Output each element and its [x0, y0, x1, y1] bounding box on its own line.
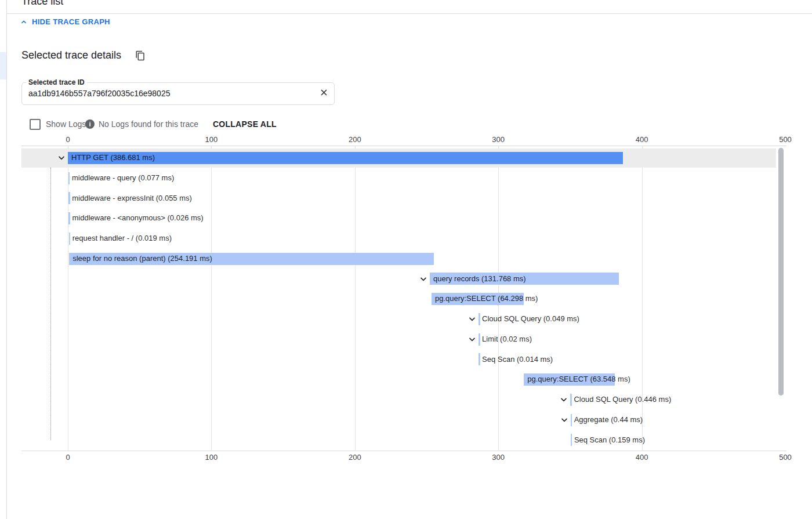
axis-tick-label-top: 0	[66, 135, 70, 144]
span-bar[interactable]	[571, 434, 572, 446]
axis-tick-label-top: 400	[636, 135, 648, 144]
span-label: Cloud SQL Query (0.446 ms)	[574, 390, 671, 410]
axis-gridline	[355, 146, 356, 451]
chevron-down-icon[interactable]	[467, 335, 477, 344]
axis-tick-label-top: 200	[349, 135, 361, 144]
chevron-down-icon[interactable]	[560, 415, 569, 424]
info-icon: i	[85, 119, 95, 129]
axis-tick-label-bottom: 300	[492, 453, 505, 462]
selected-trace-details-title: Selected trace details	[21, 49, 121, 61]
show-logs-checkbox[interactable]	[30, 119, 41, 130]
span-label: middleware - expressInit (0.055 ms)	[72, 188, 192, 209]
span-label: sleep for no reason (parent) (254.191 ms…	[72, 249, 212, 269]
no-logs-message: No Logs found for this trace	[99, 119, 198, 129]
span-label: Limit (0.02 ms)	[482, 329, 532, 350]
chevron-up-icon	[20, 18, 28, 26]
span-label: pg.query:SELECT (63.548 ms)	[527, 369, 630, 390]
span-bar[interactable]	[478, 333, 480, 346]
span-label: middleware - query (0.077 ms)	[72, 168, 174, 188]
copy-icon[interactable]	[135, 50, 146, 62]
span-bar[interactable]	[68, 212, 70, 224]
clear-trace-id-button[interactable]	[318, 88, 329, 99]
span-label: query records (131.768 ms)	[433, 269, 526, 289]
span-label: Seq Scan (0.014 ms)	[482, 350, 553, 370]
axis-gridline	[211, 146, 212, 451]
show-logs-label: Show Logs	[46, 119, 86, 129]
span-bar[interactable]	[571, 414, 572, 426]
hide-trace-graph-label: HIDE TRACE GRAPH	[32, 17, 110, 26]
axis-tick-label-top: 100	[205, 135, 218, 144]
tree-guide-dotted-line	[50, 168, 51, 440]
selected-trace-id-field: Selected trace ID	[21, 82, 335, 105]
header-divider	[6, 13, 812, 14]
span-label: middleware - <anonymous> (0.026 ms)	[72, 208, 203, 228]
axis-line-top	[21, 146, 786, 146]
left-panel-highlight	[0, 52, 6, 79]
span-label: Cloud SQL Query (0.049 ms)	[482, 309, 579, 329]
axis-line-bottom	[21, 451, 786, 451]
collapse-all-button[interactable]: COLLAPSE ALL	[213, 119, 277, 129]
selected-trace-id-input[interactable]	[28, 84, 313, 103]
axis-tick-label-top: 300	[492, 135, 505, 144]
cloud-trace-page: Trace list HIDE TRACE GRAPH Selected tra…	[0, 0, 812, 519]
axis-tick-label-bottom: 500	[779, 453, 792, 462]
vertical-scrollbar-thumb[interactable]	[778, 148, 784, 395]
span-bar[interactable]	[69, 233, 71, 245]
chevron-down-icon[interactable]	[467, 314, 477, 324]
axis-tick-label-bottom: 200	[349, 453, 361, 462]
span-label: HTTP GET (386.681 ms)	[71, 148, 155, 168]
span-label: request handler - / (0.019 ms)	[72, 228, 172, 249]
hide-trace-graph-button[interactable]: HIDE TRACE GRAPH	[20, 17, 110, 26]
trace-list-title: Trace list	[21, 0, 63, 8]
span-bar[interactable]	[478, 353, 480, 365]
span-label: Aggregate (0.44 ms)	[574, 410, 643, 430]
span-bar[interactable]	[478, 313, 480, 325]
axis-tick-label-bottom: 100	[205, 453, 218, 462]
axis-tick-label-bottom: 0	[66, 453, 70, 462]
span-label: Seq Scan (0.159 ms)	[574, 430, 645, 451]
span-bar[interactable]	[570, 394, 572, 406]
chevron-down-icon[interactable]	[419, 274, 428, 284]
axis-tick-label-bottom: 400	[636, 453, 648, 462]
chevron-down-icon[interactable]	[57, 153, 66, 162]
span-bar[interactable]	[68, 172, 70, 184]
chevron-down-icon[interactable]	[559, 395, 568, 404]
span-bar[interactable]	[68, 192, 70, 204]
span-label: pg.query:SELECT (64.298 ms)	[435, 289, 538, 309]
axis-tick-label-top: 500	[779, 135, 792, 144]
left-panel-divider	[6, 0, 7, 519]
